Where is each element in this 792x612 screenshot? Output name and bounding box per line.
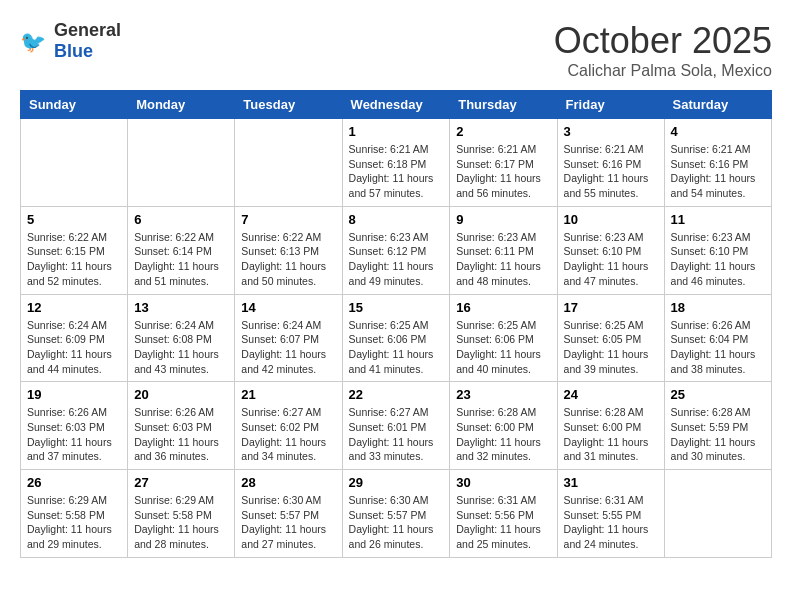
calendar-day-header: Saturday: [664, 91, 771, 119]
calendar-week-row: 1Sunrise: 6:21 AM Sunset: 6:18 PM Daylig…: [21, 119, 772, 207]
day-number: 18: [671, 300, 765, 315]
calendar-day-header: Friday: [557, 91, 664, 119]
calendar-cell: [21, 119, 128, 207]
month-year-title: October 2025: [554, 20, 772, 62]
day-info: Sunrise: 6:26 AM Sunset: 6:04 PM Dayligh…: [671, 318, 765, 377]
day-info: Sunrise: 6:21 AM Sunset: 6:18 PM Dayligh…: [349, 142, 444, 201]
calendar-cell: 7Sunrise: 6:22 AM Sunset: 6:13 PM Daylig…: [235, 206, 342, 294]
day-info: Sunrise: 6:25 AM Sunset: 6:06 PM Dayligh…: [456, 318, 550, 377]
day-info: Sunrise: 6:21 AM Sunset: 6:16 PM Dayligh…: [671, 142, 765, 201]
day-info: Sunrise: 6:22 AM Sunset: 6:15 PM Dayligh…: [27, 230, 121, 289]
day-info: Sunrise: 6:25 AM Sunset: 6:06 PM Dayligh…: [349, 318, 444, 377]
calendar-day-header: Monday: [128, 91, 235, 119]
day-info: Sunrise: 6:23 AM Sunset: 6:11 PM Dayligh…: [456, 230, 550, 289]
calendar-day-header: Thursday: [450, 91, 557, 119]
page-header: 🐦 General Blue October 2025 Calichar Pal…: [20, 20, 772, 80]
calendar-cell: 22Sunrise: 6:27 AM Sunset: 6:01 PM Dayli…: [342, 382, 450, 470]
day-info: Sunrise: 6:29 AM Sunset: 5:58 PM Dayligh…: [27, 493, 121, 552]
day-number: 23: [456, 387, 550, 402]
calendar-cell: 3Sunrise: 6:21 AM Sunset: 6:16 PM Daylig…: [557, 119, 664, 207]
day-info: Sunrise: 6:26 AM Sunset: 6:03 PM Dayligh…: [134, 405, 228, 464]
day-info: Sunrise: 6:23 AM Sunset: 6:12 PM Dayligh…: [349, 230, 444, 289]
day-info: Sunrise: 6:25 AM Sunset: 6:05 PM Dayligh…: [564, 318, 658, 377]
calendar-cell: 29Sunrise: 6:30 AM Sunset: 5:57 PM Dayli…: [342, 470, 450, 558]
logo-general-text: General: [54, 20, 121, 40]
day-info: Sunrise: 6:31 AM Sunset: 5:55 PM Dayligh…: [564, 493, 658, 552]
calendar-cell: 8Sunrise: 6:23 AM Sunset: 6:12 PM Daylig…: [342, 206, 450, 294]
day-number: 13: [134, 300, 228, 315]
calendar-cell: 28Sunrise: 6:30 AM Sunset: 5:57 PM Dayli…: [235, 470, 342, 558]
calendar-cell: 11Sunrise: 6:23 AM Sunset: 6:10 PM Dayli…: [664, 206, 771, 294]
day-info: Sunrise: 6:30 AM Sunset: 5:57 PM Dayligh…: [349, 493, 444, 552]
day-info: Sunrise: 6:21 AM Sunset: 6:16 PM Dayligh…: [564, 142, 658, 201]
day-number: 28: [241, 475, 335, 490]
svg-text:🐦: 🐦: [20, 29, 47, 55]
day-number: 8: [349, 212, 444, 227]
calendar-cell: 14Sunrise: 6:24 AM Sunset: 6:07 PM Dayli…: [235, 294, 342, 382]
day-info: Sunrise: 6:22 AM Sunset: 6:14 PM Dayligh…: [134, 230, 228, 289]
calendar-week-row: 12Sunrise: 6:24 AM Sunset: 6:09 PM Dayli…: [21, 294, 772, 382]
calendar-table: SundayMondayTuesdayWednesdayThursdayFrid…: [20, 90, 772, 558]
day-number: 12: [27, 300, 121, 315]
day-number: 21: [241, 387, 335, 402]
day-number: 14: [241, 300, 335, 315]
calendar-cell: 16Sunrise: 6:25 AM Sunset: 6:06 PM Dayli…: [450, 294, 557, 382]
calendar-cell: 9Sunrise: 6:23 AM Sunset: 6:11 PM Daylig…: [450, 206, 557, 294]
calendar-cell: [235, 119, 342, 207]
logo-bird-icon: 🐦: [20, 26, 50, 56]
day-number: 2: [456, 124, 550, 139]
calendar-cell: 17Sunrise: 6:25 AM Sunset: 6:05 PM Dayli…: [557, 294, 664, 382]
location-subtitle: Calichar Palma Sola, Mexico: [554, 62, 772, 80]
day-info: Sunrise: 6:23 AM Sunset: 6:10 PM Dayligh…: [671, 230, 765, 289]
calendar-cell: [128, 119, 235, 207]
day-info: Sunrise: 6:26 AM Sunset: 6:03 PM Dayligh…: [27, 405, 121, 464]
day-number: 11: [671, 212, 765, 227]
calendar-cell: 12Sunrise: 6:24 AM Sunset: 6:09 PM Dayli…: [21, 294, 128, 382]
calendar-header-row: SundayMondayTuesdayWednesdayThursdayFrid…: [21, 91, 772, 119]
calendar-cell: 23Sunrise: 6:28 AM Sunset: 6:00 PM Dayli…: [450, 382, 557, 470]
day-number: 7: [241, 212, 335, 227]
day-number: 24: [564, 387, 658, 402]
day-number: 26: [27, 475, 121, 490]
calendar-cell: 4Sunrise: 6:21 AM Sunset: 6:16 PM Daylig…: [664, 119, 771, 207]
day-info: Sunrise: 6:22 AM Sunset: 6:13 PM Dayligh…: [241, 230, 335, 289]
day-number: 17: [564, 300, 658, 315]
calendar-cell: 25Sunrise: 6:28 AM Sunset: 5:59 PM Dayli…: [664, 382, 771, 470]
calendar-cell: 24Sunrise: 6:28 AM Sunset: 6:00 PM Dayli…: [557, 382, 664, 470]
day-number: 20: [134, 387, 228, 402]
day-info: Sunrise: 6:24 AM Sunset: 6:09 PM Dayligh…: [27, 318, 121, 377]
calendar-week-row: 26Sunrise: 6:29 AM Sunset: 5:58 PM Dayli…: [21, 470, 772, 558]
calendar-cell: 27Sunrise: 6:29 AM Sunset: 5:58 PM Dayli…: [128, 470, 235, 558]
day-info: Sunrise: 6:30 AM Sunset: 5:57 PM Dayligh…: [241, 493, 335, 552]
day-number: 6: [134, 212, 228, 227]
calendar-day-header: Sunday: [21, 91, 128, 119]
day-info: Sunrise: 6:27 AM Sunset: 6:02 PM Dayligh…: [241, 405, 335, 464]
day-info: Sunrise: 6:31 AM Sunset: 5:56 PM Dayligh…: [456, 493, 550, 552]
calendar-cell: 13Sunrise: 6:24 AM Sunset: 6:08 PM Dayli…: [128, 294, 235, 382]
day-number: 31: [564, 475, 658, 490]
day-info: Sunrise: 6:23 AM Sunset: 6:10 PM Dayligh…: [564, 230, 658, 289]
calendar-week-row: 19Sunrise: 6:26 AM Sunset: 6:03 PM Dayli…: [21, 382, 772, 470]
day-info: Sunrise: 6:24 AM Sunset: 6:07 PM Dayligh…: [241, 318, 335, 377]
day-number: 19: [27, 387, 121, 402]
day-number: 30: [456, 475, 550, 490]
day-info: Sunrise: 6:24 AM Sunset: 6:08 PM Dayligh…: [134, 318, 228, 377]
day-number: 29: [349, 475, 444, 490]
day-number: 4: [671, 124, 765, 139]
day-number: 10: [564, 212, 658, 227]
day-number: 25: [671, 387, 765, 402]
day-info: Sunrise: 6:28 AM Sunset: 5:59 PM Dayligh…: [671, 405, 765, 464]
day-info: Sunrise: 6:28 AM Sunset: 6:00 PM Dayligh…: [456, 405, 550, 464]
calendar-day-header: Tuesday: [235, 91, 342, 119]
calendar-cell: 5Sunrise: 6:22 AM Sunset: 6:15 PM Daylig…: [21, 206, 128, 294]
calendar-cell: 18Sunrise: 6:26 AM Sunset: 6:04 PM Dayli…: [664, 294, 771, 382]
logo-blue-text: Blue: [54, 41, 93, 61]
calendar-week-row: 5Sunrise: 6:22 AM Sunset: 6:15 PM Daylig…: [21, 206, 772, 294]
calendar-cell: 30Sunrise: 6:31 AM Sunset: 5:56 PM Dayli…: [450, 470, 557, 558]
day-number: 1: [349, 124, 444, 139]
calendar-cell: 19Sunrise: 6:26 AM Sunset: 6:03 PM Dayli…: [21, 382, 128, 470]
day-number: 16: [456, 300, 550, 315]
calendar-cell: 6Sunrise: 6:22 AM Sunset: 6:14 PM Daylig…: [128, 206, 235, 294]
calendar-cell: 21Sunrise: 6:27 AM Sunset: 6:02 PM Dayli…: [235, 382, 342, 470]
day-info: Sunrise: 6:21 AM Sunset: 6:17 PM Dayligh…: [456, 142, 550, 201]
